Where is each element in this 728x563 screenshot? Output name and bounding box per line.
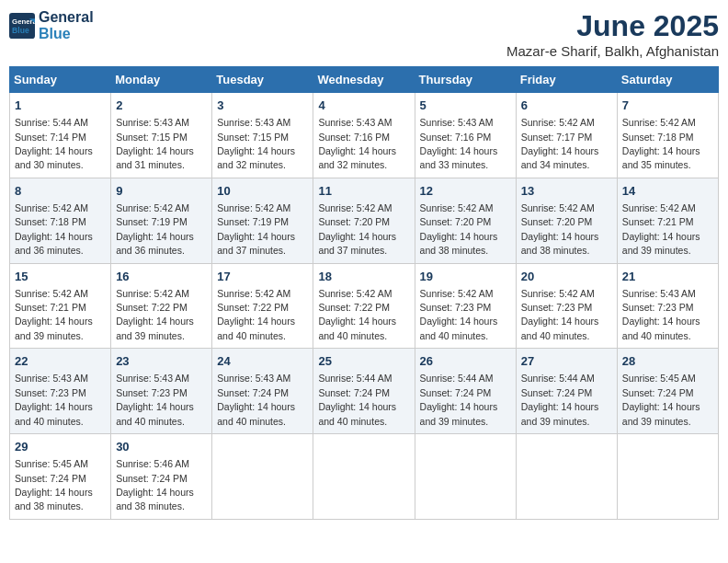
cell-sunset: Sunset: 7:20 PM xyxy=(521,216,593,227)
month-title: June 2025 xyxy=(506,9,719,43)
cell-daylight: Daylight: 14 hours and 39 minutes. xyxy=(622,401,700,426)
day-number: 8 xyxy=(15,183,106,200)
weekday-header-saturday: Saturday xyxy=(617,67,718,93)
calendar-cell: 28 Sunrise: 5:45 AM Sunset: 7:24 PM Dayl… xyxy=(617,349,718,434)
weekday-header-thursday: Thursday xyxy=(415,67,516,93)
cell-daylight: Daylight: 14 hours and 40 minutes. xyxy=(420,316,498,340)
calendar-cell: 17 Sunrise: 5:42 AM Sunset: 7:22 PM Dayl… xyxy=(212,263,313,349)
logo: General Blue General Blue xyxy=(9,9,94,41)
day-number: 1 xyxy=(15,98,106,114)
calendar-row: 8 Sunrise: 5:42 AM Sunset: 7:18 PM Dayli… xyxy=(10,178,719,263)
cell-daylight: Daylight: 14 hours and 40 minutes. xyxy=(116,401,194,426)
cell-daylight: Daylight: 14 hours and 37 minutes. xyxy=(217,231,295,256)
calendar-cell: 7 Sunrise: 5:42 AM Sunset: 7:18 PM Dayli… xyxy=(617,93,718,178)
calendar-cell: 9 Sunrise: 5:42 AM Sunset: 7:19 PM Dayli… xyxy=(111,178,212,263)
day-number: 30 xyxy=(116,439,207,455)
day-number: 28 xyxy=(622,353,713,370)
cell-sunset: Sunset: 7:24 PM xyxy=(116,473,188,484)
day-number: 19 xyxy=(420,269,511,285)
cell-sunset: Sunset: 7:24 PM xyxy=(15,473,86,484)
page-header: General Blue General Blue June 2025 Maza… xyxy=(9,9,719,59)
cell-daylight: Daylight: 14 hours and 40 minutes. xyxy=(217,401,295,426)
calendar-cell: 14 Sunrise: 5:42 AM Sunset: 7:21 PM Dayl… xyxy=(617,178,718,263)
calendar-row: 22 Sunrise: 5:43 AM Sunset: 7:23 PM Dayl… xyxy=(10,349,719,434)
calendar-cell: 21 Sunrise: 5:43 AM Sunset: 7:23 PM Dayl… xyxy=(617,263,718,349)
cell-sunset: Sunset: 7:19 PM xyxy=(217,216,289,227)
calendar-cell xyxy=(617,434,718,520)
cell-sunset: Sunset: 7:23 PM xyxy=(420,302,492,313)
calendar-cell: 15 Sunrise: 5:42 AM Sunset: 7:21 PM Dayl… xyxy=(10,263,111,349)
cell-sunrise: Sunrise: 5:42 AM xyxy=(318,288,392,299)
cell-daylight: Daylight: 14 hours and 30 minutes. xyxy=(15,145,93,170)
calendar-cell: 13 Sunrise: 5:42 AM Sunset: 7:20 PM Dayl… xyxy=(516,178,617,263)
logo-line2: Blue xyxy=(39,26,94,42)
cell-sunrise: Sunrise: 5:42 AM xyxy=(116,288,189,299)
calendar-cell: 30 Sunrise: 5:46 AM Sunset: 7:24 PM Dayl… xyxy=(111,434,212,520)
cell-sunrise: Sunrise: 5:44 AM xyxy=(420,373,494,384)
weekday-header-monday: Monday xyxy=(111,67,212,93)
cell-sunrise: Sunrise: 5:43 AM xyxy=(116,373,189,384)
cell-sunrise: Sunrise: 5:42 AM xyxy=(420,202,494,213)
day-number: 4 xyxy=(318,98,409,114)
cell-sunrise: Sunrise: 5:42 AM xyxy=(420,288,494,299)
cell-sunrise: Sunrise: 5:44 AM xyxy=(318,373,392,384)
day-number: 12 xyxy=(420,183,511,200)
cell-sunrise: Sunrise: 5:46 AM xyxy=(116,458,189,469)
cell-sunset: Sunset: 7:15 PM xyxy=(217,132,289,143)
cell-sunrise: Sunrise: 5:43 AM xyxy=(15,373,88,384)
cell-daylight: Daylight: 14 hours and 39 minutes. xyxy=(15,316,93,340)
day-number: 5 xyxy=(420,98,511,114)
cell-sunrise: Sunrise: 5:42 AM xyxy=(622,117,696,128)
cell-daylight: Daylight: 14 hours and 33 minutes. xyxy=(420,145,498,170)
cell-daylight: Daylight: 14 hours and 36 minutes. xyxy=(116,231,194,256)
cell-sunset: Sunset: 7:22 PM xyxy=(318,302,390,313)
cell-daylight: Daylight: 14 hours and 39 minutes. xyxy=(622,231,700,256)
cell-sunset: Sunset: 7:18 PM xyxy=(622,132,694,143)
cell-sunrise: Sunrise: 5:42 AM xyxy=(521,288,595,299)
cell-sunset: Sunset: 7:23 PM xyxy=(116,387,188,398)
day-number: 27 xyxy=(521,353,612,370)
calendar-cell: 27 Sunrise: 5:44 AM Sunset: 7:24 PM Dayl… xyxy=(516,349,617,434)
calendar-cell: 19 Sunrise: 5:42 AM Sunset: 7:23 PM Dayl… xyxy=(415,263,516,349)
cell-daylight: Daylight: 14 hours and 40 minutes. xyxy=(622,316,700,340)
cell-daylight: Daylight: 14 hours and 39 minutes. xyxy=(116,316,194,340)
cell-sunset: Sunset: 7:24 PM xyxy=(420,387,492,398)
cell-sunset: Sunset: 7:22 PM xyxy=(116,302,188,313)
cell-sunrise: Sunrise: 5:43 AM xyxy=(622,288,696,299)
cell-daylight: Daylight: 14 hours and 38 minutes. xyxy=(15,487,93,511)
day-number: 14 xyxy=(622,183,713,200)
calendar-cell xyxy=(212,434,313,520)
cell-sunrise: Sunrise: 5:42 AM xyxy=(318,202,392,213)
day-number: 18 xyxy=(318,269,409,285)
calendar-cell: 20 Sunrise: 5:42 AM Sunset: 7:23 PM Dayl… xyxy=(516,263,617,349)
cell-sunrise: Sunrise: 5:42 AM xyxy=(217,288,290,299)
cell-sunset: Sunset: 7:19 PM xyxy=(116,216,188,227)
cell-daylight: Daylight: 14 hours and 39 minutes. xyxy=(420,401,498,426)
calendar-row: 29 Sunrise: 5:45 AM Sunset: 7:24 PM Dayl… xyxy=(10,434,719,520)
cell-sunset: Sunset: 7:16 PM xyxy=(318,132,390,143)
calendar-cell: 2 Sunrise: 5:43 AM Sunset: 7:15 PM Dayli… xyxy=(111,93,212,178)
calendar-cell: 25 Sunrise: 5:44 AM Sunset: 7:24 PM Dayl… xyxy=(313,349,415,434)
calendar-cell: 10 Sunrise: 5:42 AM Sunset: 7:19 PM Dayl… xyxy=(212,178,313,263)
cell-sunrise: Sunrise: 5:43 AM xyxy=(217,117,290,128)
cell-daylight: Daylight: 14 hours and 38 minutes. xyxy=(116,487,194,511)
calendar-row: 15 Sunrise: 5:42 AM Sunset: 7:21 PM Dayl… xyxy=(10,263,719,349)
cell-sunset: Sunset: 7:15 PM xyxy=(116,132,188,143)
calendar-cell: 16 Sunrise: 5:42 AM Sunset: 7:22 PM Dayl… xyxy=(111,263,212,349)
calendar-cell: 8 Sunrise: 5:42 AM Sunset: 7:18 PM Dayli… xyxy=(10,178,111,263)
day-number: 29 xyxy=(15,439,106,455)
day-number: 7 xyxy=(622,98,713,114)
calendar-cell: 18 Sunrise: 5:42 AM Sunset: 7:22 PM Dayl… xyxy=(313,263,415,349)
calendar-cell xyxy=(516,434,617,520)
cell-daylight: Daylight: 14 hours and 39 minutes. xyxy=(521,401,599,426)
cell-sunrise: Sunrise: 5:42 AM xyxy=(116,202,189,213)
cell-sunrise: Sunrise: 5:42 AM xyxy=(15,202,88,213)
cell-sunset: Sunset: 7:20 PM xyxy=(420,216,492,227)
cell-sunset: Sunset: 7:24 PM xyxy=(521,387,593,398)
calendar-cell: 4 Sunrise: 5:43 AM Sunset: 7:16 PM Dayli… xyxy=(313,93,415,178)
cell-sunrise: Sunrise: 5:43 AM xyxy=(318,117,392,128)
calendar-cell: 1 Sunrise: 5:44 AM Sunset: 7:14 PM Dayli… xyxy=(10,93,111,178)
cell-sunrise: Sunrise: 5:45 AM xyxy=(15,458,88,469)
cell-daylight: Daylight: 14 hours and 36 minutes. xyxy=(15,231,93,256)
cell-daylight: Daylight: 14 hours and 32 minutes. xyxy=(217,145,295,170)
